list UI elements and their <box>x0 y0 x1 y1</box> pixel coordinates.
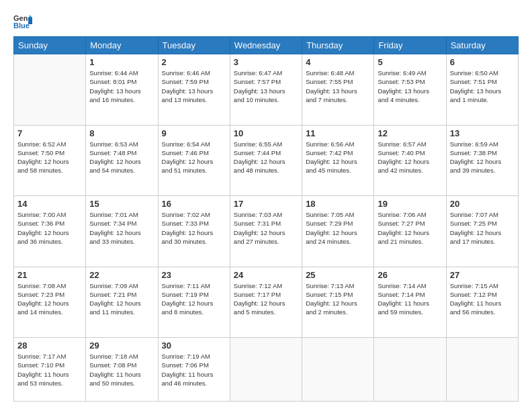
day-info: Sunrise: 7:17 AM Sunset: 7:10 PM Dayligh… <box>17 352 82 387</box>
calendar-cell: 24Sunrise: 7:12 AM Sunset: 7:17 PM Dayli… <box>230 267 302 338</box>
calendar-cell: 16Sunrise: 7:02 AM Sunset: 7:33 PM Dayli… <box>158 196 230 267</box>
calendar-cell: 8Sunrise: 6:53 AM Sunset: 7:48 PM Daylig… <box>86 125 158 196</box>
calendar-cell: 3Sunrise: 6:47 AM Sunset: 7:57 PM Daylig… <box>230 54 302 126</box>
day-number: 18 <box>306 199 370 209</box>
calendar-cell: 2Sunrise: 6:46 AM Sunset: 7:59 PM Daylig… <box>158 54 230 126</box>
day-info: Sunrise: 7:01 AM Sunset: 7:34 PM Dayligh… <box>89 210 154 246</box>
calendar-cell <box>446 338 518 402</box>
calendar-cell: 23Sunrise: 7:11 AM Sunset: 7:19 PM Dayli… <box>158 267 230 338</box>
day-number: 29 <box>89 340 154 351</box>
day-number: 21 <box>17 270 82 280</box>
day-info: Sunrise: 7:09 AM Sunset: 7:21 PM Dayligh… <box>89 281 154 317</box>
calendar-cell: 29Sunrise: 7:18 AM Sunset: 7:08 PM Dayli… <box>86 338 158 402</box>
day-info: Sunrise: 7:15 AM Sunset: 7:12 PM Dayligh… <box>450 281 515 317</box>
calendar-cell <box>14 54 86 126</box>
header: General Blue <box>13 12 519 31</box>
day-info: Sunrise: 6:56 AM Sunset: 7:42 PM Dayligh… <box>306 140 370 175</box>
day-info: Sunrise: 7:18 AM Sunset: 7:08 PM Dayligh… <box>89 352 154 387</box>
logo: General Blue <box>13 12 32 31</box>
day-number: 24 <box>234 270 298 280</box>
day-number: 9 <box>162 128 226 138</box>
day-number: 1 <box>89 57 154 67</box>
calendar-cell: 21Sunrise: 7:08 AM Sunset: 7:23 PM Dayli… <box>14 267 86 338</box>
day-number: 10 <box>234 128 298 138</box>
calendar-cell: 9Sunrise: 6:54 AM Sunset: 7:46 PM Daylig… <box>158 125 230 196</box>
header-row: SundayMondayTuesdayWednesdayThursdayFrid… <box>14 37 519 54</box>
day-info: Sunrise: 7:12 AM Sunset: 7:17 PM Dayligh… <box>234 281 298 317</box>
day-info: Sunrise: 7:19 AM Sunset: 7:06 PM Dayligh… <box>162 352 226 387</box>
day-number: 23 <box>162 270 226 280</box>
day-number: 19 <box>378 199 442 209</box>
day-number: 4 <box>306 57 370 67</box>
week-row-5: 28Sunrise: 7:17 AM Sunset: 7:10 PM Dayli… <box>14 338 519 402</box>
calendar-cell: 14Sunrise: 7:00 AM Sunset: 7:36 PM Dayli… <box>14 196 86 267</box>
day-number: 22 <box>89 270 154 280</box>
calendar-cell: 30Sunrise: 7:19 AM Sunset: 7:06 PM Dayli… <box>158 338 230 402</box>
day-info: Sunrise: 7:07 AM Sunset: 7:25 PM Dayligh… <box>450 210 515 246</box>
day-number: 14 <box>17 199 82 209</box>
day-info: Sunrise: 6:55 AM Sunset: 7:44 PM Dayligh… <box>234 140 298 175</box>
day-info: Sunrise: 6:54 AM Sunset: 7:46 PM Dayligh… <box>162 140 226 175</box>
svg-text:Blue: Blue <box>13 21 30 30</box>
col-header-monday: Monday <box>86 37 158 54</box>
calendar-cell: 26Sunrise: 7:14 AM Sunset: 7:14 PM Dayli… <box>374 267 446 338</box>
calendar-cell: 20Sunrise: 7:07 AM Sunset: 7:25 PM Dayli… <box>446 196 518 267</box>
calendar-cell: 13Sunrise: 6:59 AM Sunset: 7:38 PM Dayli… <box>446 125 518 196</box>
calendar-cell <box>302 338 374 402</box>
day-info: Sunrise: 6:53 AM Sunset: 7:48 PM Dayligh… <box>89 140 154 175</box>
week-row-4: 21Sunrise: 7:08 AM Sunset: 7:23 PM Dayli… <box>14 267 519 338</box>
calendar-cell: 19Sunrise: 7:06 AM Sunset: 7:27 PM Dayli… <box>374 196 446 267</box>
col-header-friday: Friday <box>374 37 446 54</box>
col-header-thursday: Thursday <box>302 37 374 54</box>
col-header-wednesday: Wednesday <box>230 37 302 54</box>
calendar-cell: 12Sunrise: 6:57 AM Sunset: 7:40 PM Dayli… <box>374 125 446 196</box>
calendar-cell: 7Sunrise: 6:52 AM Sunset: 7:50 PM Daylig… <box>14 125 86 196</box>
day-number: 7 <box>17 128 82 138</box>
calendar-cell: 1Sunrise: 6:44 AM Sunset: 8:01 PM Daylig… <box>86 54 158 126</box>
calendar-cell <box>230 338 302 402</box>
day-info: Sunrise: 7:08 AM Sunset: 7:23 PM Dayligh… <box>17 281 82 317</box>
calendar-cell: 17Sunrise: 7:03 AM Sunset: 7:31 PM Dayli… <box>230 196 302 267</box>
page: General Blue SundayMondayTuesdayWednesda… <box>0 0 532 411</box>
calendar-cell: 5Sunrise: 6:49 AM Sunset: 7:53 PM Daylig… <box>374 54 446 126</box>
day-number: 3 <box>234 57 298 67</box>
calendar-cell: 27Sunrise: 7:15 AM Sunset: 7:12 PM Dayli… <box>446 267 518 338</box>
calendar-cell: 22Sunrise: 7:09 AM Sunset: 7:21 PM Dayli… <box>86 267 158 338</box>
day-info: Sunrise: 6:48 AM Sunset: 7:55 PM Dayligh… <box>306 68 370 104</box>
day-info: Sunrise: 7:00 AM Sunset: 7:36 PM Dayligh… <box>17 210 82 246</box>
calendar-cell: 6Sunrise: 6:50 AM Sunset: 7:51 PM Daylig… <box>446 54 518 126</box>
day-number: 20 <box>450 199 515 209</box>
day-info: Sunrise: 7:11 AM Sunset: 7:19 PM Dayligh… <box>162 281 226 317</box>
day-info: Sunrise: 7:06 AM Sunset: 7:27 PM Dayligh… <box>378 210 442 246</box>
calendar-cell: 4Sunrise: 6:48 AM Sunset: 7:55 PM Daylig… <box>302 54 374 126</box>
day-info: Sunrise: 7:03 AM Sunset: 7:31 PM Dayligh… <box>234 210 298 246</box>
calendar-cell: 15Sunrise: 7:01 AM Sunset: 7:34 PM Dayli… <box>86 196 158 267</box>
day-number: 11 <box>306 128 370 138</box>
day-number: 26 <box>378 270 442 280</box>
day-number: 2 <box>162 57 226 67</box>
day-info: Sunrise: 6:52 AM Sunset: 7:50 PM Dayligh… <box>17 140 82 175</box>
day-number: 15 <box>89 199 154 209</box>
day-number: 17 <box>234 199 298 209</box>
day-number: 13 <box>450 128 515 138</box>
svg-marker-2 <box>28 17 32 24</box>
week-row-2: 7Sunrise: 6:52 AM Sunset: 7:50 PM Daylig… <box>14 125 519 196</box>
day-info: Sunrise: 6:49 AM Sunset: 7:53 PM Dayligh… <box>378 68 442 104</box>
day-number: 16 <box>162 199 226 209</box>
calendar-cell: 10Sunrise: 6:55 AM Sunset: 7:44 PM Dayli… <box>230 125 302 196</box>
day-info: Sunrise: 6:50 AM Sunset: 7:51 PM Dayligh… <box>450 68 515 104</box>
day-info: Sunrise: 7:13 AM Sunset: 7:15 PM Dayligh… <box>306 281 370 317</box>
week-row-3: 14Sunrise: 7:00 AM Sunset: 7:36 PM Dayli… <box>14 196 519 267</box>
day-number: 27 <box>450 270 515 280</box>
col-header-sunday: Sunday <box>14 37 86 54</box>
calendar-cell: 25Sunrise: 7:13 AM Sunset: 7:15 PM Dayli… <box>302 267 374 338</box>
calendar-cell <box>374 338 446 402</box>
day-number: 8 <box>89 128 154 138</box>
day-info: Sunrise: 7:02 AM Sunset: 7:33 PM Dayligh… <box>162 210 226 246</box>
calendar-cell: 11Sunrise: 6:56 AM Sunset: 7:42 PM Dayli… <box>302 125 374 196</box>
week-row-1: 1Sunrise: 6:44 AM Sunset: 8:01 PM Daylig… <box>14 54 519 126</box>
col-header-saturday: Saturday <box>446 37 518 54</box>
day-number: 28 <box>17 340 82 351</box>
day-number: 12 <box>378 128 442 138</box>
day-info: Sunrise: 7:14 AM Sunset: 7:14 PM Dayligh… <box>378 281 442 317</box>
